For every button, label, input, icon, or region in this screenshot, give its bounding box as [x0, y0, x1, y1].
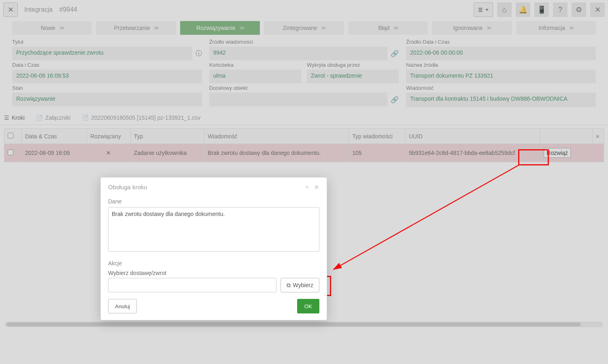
subtab-label: Załączniki — [45, 114, 70, 121]
dialog-add-button[interactable]: ＋ — [304, 183, 310, 191]
page-title-app: Integracja — [24, 6, 53, 13]
chevrons-icon: ≫ — [487, 25, 491, 31]
subtab-kroki[interactable]: ☰ Kroki — [4, 114, 25, 121]
chevrons-icon: ≫ — [321, 25, 325, 31]
th-uuid[interactable]: UUID — [405, 129, 540, 144]
status-tabs: Nowe≫ Przetwarzanie≫ Rozwiązywanie≫ Zint… — [0, 19, 608, 39]
wybierz-button[interactable]: ⧉ Wybierz — [281, 278, 319, 292]
subtab-file[interactable]: 📄 20220609160505 [15145] pz-133921_1.csv — [82, 114, 200, 121]
field-label-stan: Stan — [12, 85, 202, 91]
field-label-data-czas: Data i Czas — [12, 62, 202, 68]
subtab-label: Kroki — [12, 114, 25, 121]
field-label-wybierz-dostawe: Wybierz dostawę/zwrot — [108, 270, 319, 276]
select-all-checkbox[interactable] — [8, 133, 13, 138]
scrollbar-thumb[interactable] — [6, 322, 581, 326]
chevrons-icon: ≫ — [154, 25, 158, 31]
app-close-button[interactable]: ✕ — [590, 2, 605, 17]
home-button[interactable]: ⌂ — [497, 2, 512, 17]
step-handling-dialog: Obsługa kroku ＋ ✕ Dane Akcje Wybierz dos… — [100, 177, 327, 320]
status-tab-label: Rozwiązywanie — [196, 25, 235, 31]
field-label-koncowka: Końcówka — [209, 62, 301, 68]
field-value-stan: Rozwiązywanie — [12, 93, 202, 106]
th-msgtype[interactable]: Typ wiadomości — [349, 129, 406, 144]
close-icon: ✕ — [8, 5, 14, 14]
field-label-zrodlo-data-czas: Źródło Data i Czas — [406, 39, 596, 45]
settings-button[interactable]: ⚙ — [572, 2, 586, 17]
status-tab-ignorowane[interactable]: Ignorowane≫ — [432, 21, 512, 35]
close-icon: ✕ — [595, 5, 601, 14]
chevrons-icon: ≫ — [60, 25, 64, 31]
th-message[interactable]: Wiadomość — [204, 129, 349, 144]
home-icon: ⌂ — [502, 6, 507, 14]
wybierz-dostawe-input[interactable] — [108, 278, 276, 292]
status-tab-rozwiazywanie[interactable]: Rozwiązywanie≫ — [180, 21, 260, 35]
help-button[interactable]: ? — [553, 2, 568, 17]
field-value-nazwa-zrodla: Transport dokumentu PZ 133921 — [406, 70, 596, 83]
gear-icon: ⚙ — [576, 5, 582, 14]
list-icon: ☰ — [4, 114, 9, 121]
status-tab-label: Przetwarzanie — [114, 25, 150, 31]
close-button[interactable]: ✕ — [3, 2, 18, 17]
hamburger-icon: ≡ — [596, 133, 599, 140]
th-resolved[interactable]: Rozwiązany — [87, 129, 130, 144]
cancel-button[interactable]: Anuluj — [108, 299, 137, 313]
th-type[interactable]: Typ — [130, 129, 204, 144]
phone-icon: 📱 — [537, 5, 546, 14]
chevrons-icon: ≫ — [240, 25, 244, 31]
status-tab-blad[interactable]: Błąd≫ — [348, 21, 428, 35]
section-label-dane: Dane — [108, 198, 319, 205]
status-tab-label: Nowe — [41, 25, 55, 31]
dane-textarea[interactable] — [108, 207, 319, 252]
status-tab-label: Ignorowane — [453, 25, 483, 31]
field-label-wykryta-obsluga: Wykryta obsługa przez — [307, 62, 399, 68]
link-icon[interactable]: 🔗 — [391, 96, 399, 104]
file-icon: 📄 — [82, 114, 89, 121]
hamburger-icon: ☰ — [478, 7, 483, 13]
field-label-tytul: Tytuł — [12, 39, 202, 45]
status-tab-informacja[interactable]: Informacja≫ — [516, 21, 596, 35]
unresolved-icon: ✕ — [106, 150, 111, 156]
th-date[interactable]: Data & Czas — [21, 129, 87, 144]
dialog-close-button[interactable]: ✕ — [314, 184, 319, 191]
subtab-label: 20220609160505 [15145] pz-133921_1.csv — [91, 114, 200, 121]
section-label-akcje: Akcje — [108, 260, 319, 267]
field-value-zrodlo-data-czas: 2022-06-06 00:00:00 — [406, 47, 596, 60]
link-icon[interactable]: 🔗 — [391, 50, 399, 57]
th-more[interactable]: ≡ — [593, 129, 604, 144]
field-value-koncowka: ulma — [209, 70, 301, 83]
cell-message: Brak zwrotu dostawy dla danego dokumentu… — [204, 144, 349, 162]
chevron-down-icon — [485, 9, 489, 11]
ok-button[interactable]: OK — [297, 299, 319, 313]
mobile-button[interactable]: 📱 — [534, 2, 549, 17]
status-tab-nowe[interactable]: Nowe≫ — [12, 21, 92, 35]
horizontal-scrollbar[interactable] — [5, 322, 603, 327]
status-tab-przetwarzanie[interactable]: Przetwarzanie≫ — [96, 21, 176, 35]
chevrons-icon: ≫ — [393, 25, 398, 31]
cell-type: Zadanie użytkownika — [130, 144, 204, 162]
subtab-zalaczniki[interactable]: 📄 Załączniki — [36, 114, 70, 121]
cell-date: 2022-06-09 16:09 — [21, 144, 87, 162]
cell-msgtype: 105 — [349, 144, 406, 162]
question-icon: ? — [558, 6, 562, 14]
table-row[interactable]: 2022-06-09 16:09 ✕ Zadanie użytkownika B… — [4, 144, 604, 162]
field-value-wiadomosc: Transport dla kontraktu 15145 i budowy D… — [406, 93, 596, 107]
field-value-data-czas: 2022-06-09 16:09:53 — [12, 70, 202, 83]
wybierz-button-label: Wybierz — [293, 282, 313, 288]
status-tab-label: Zintegrowane — [283, 25, 317, 31]
field-label-nazwa-zrodla: Nazwa źródła — [406, 62, 596, 68]
page-title-id: #9944 — [59, 6, 77, 13]
list-icon: ⧉ — [287, 282, 291, 289]
view-mode-button[interactable]: ☰ — [474, 2, 493, 17]
resolve-button[interactable]: Rozwiąż — [544, 148, 571, 158]
field-value-wykryta-obsluga: Zwrot - sprawdzenie — [307, 70, 399, 83]
notifications-button[interactable]: 🔔 — [516, 2, 530, 17]
field-label-zrodlo-wiadomosci: Źródło wiadomości — [209, 39, 399, 45]
field-label-docelowy-obiekt: Docelowy obiekt — [209, 85, 399, 91]
field-label-wiadomosc: Wiadomość — [406, 85, 596, 91]
steps-table: Data & Czas Rozwiązany Typ Wiadomość Typ… — [4, 128, 604, 162]
chevrons-icon: ≫ — [569, 25, 573, 31]
info-icon[interactable]: ⓘ — [196, 49, 202, 58]
row-checkbox[interactable] — [8, 150, 13, 155]
th-action — [540, 129, 593, 144]
status-tab-zintegrowane[interactable]: Zintegrowane≫ — [264, 21, 344, 35]
